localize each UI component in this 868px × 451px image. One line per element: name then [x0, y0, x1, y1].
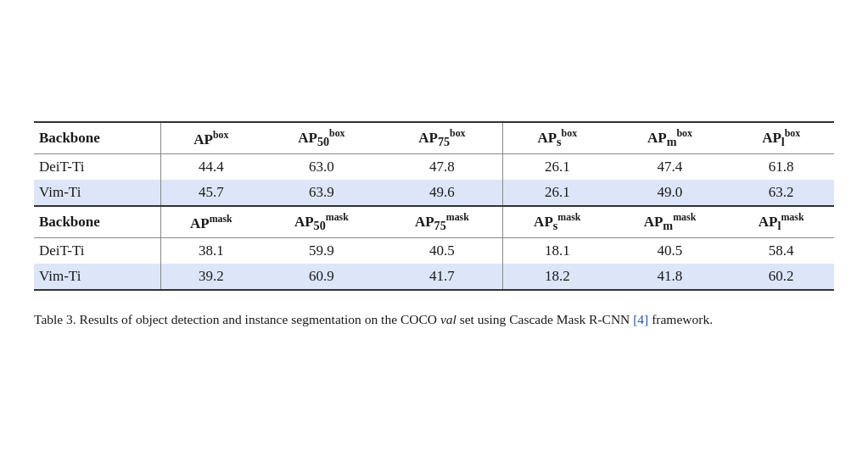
- cell-ap75: 40.5: [382, 238, 503, 264]
- col-apm-box: APmbox: [612, 122, 729, 154]
- cell-ap: 45.7: [160, 180, 261, 206]
- table-header-mask: Backbone APmask AP50mask AP75mask APsmas…: [34, 206, 834, 238]
- cell-backbone: DeiT-Ti: [34, 154, 160, 181]
- results-table: Backbone APbox AP50box AP75box APsbox AP…: [34, 121, 834, 291]
- col-apm-mask: APmmask: [612, 206, 729, 238]
- col-backbone-box: Backbone: [34, 122, 160, 154]
- cell-aps: 26.1: [502, 154, 611, 181]
- cell-aps: 26.1: [502, 180, 611, 206]
- cell-backbone: Vim-Ti: [34, 264, 160, 290]
- col-ap-mask: APmask: [160, 206, 261, 238]
- cell-backbone: Vim-Ti: [34, 180, 160, 206]
- table-header-box: Backbone APbox AP50box AP75box APsbox AP…: [34, 122, 834, 154]
- cell-apl: 61.8: [728, 154, 834, 181]
- cell-aps: 18.2: [502, 264, 611, 290]
- table-wrapper: Backbone APbox AP50box AP75box APsbox AP…: [34, 121, 834, 291]
- cell-ap50: 59.9: [261, 238, 382, 264]
- cell-backbone: DeiT-Ti: [34, 238, 160, 264]
- cell-ap: 38.1: [160, 238, 261, 264]
- col-backbone-mask: Backbone: [34, 206, 160, 238]
- table-row: DeiT-Ti 44.4 63.0 47.8 26.1 47.4 61.8: [34, 154, 834, 181]
- col-ap50-mask: AP50mask: [261, 206, 382, 238]
- cell-ap50: 63.0: [261, 154, 382, 181]
- col-apl-mask: APlmask: [728, 206, 834, 238]
- caption-italic: val: [440, 312, 456, 326]
- col-apl-box: APlbox: [728, 122, 834, 154]
- cell-apm: 47.4: [612, 154, 729, 181]
- col-ap75-box: AP75box: [382, 122, 503, 154]
- cell-apm: 41.8: [612, 264, 729, 290]
- col-ap50-box: AP50box: [261, 122, 382, 154]
- cell-ap75: 41.7: [382, 264, 503, 290]
- cell-apm: 40.5: [612, 238, 729, 264]
- cell-ap75: 49.6: [382, 180, 503, 206]
- table-row: Vim-Ti 45.7 63.9 49.6 26.1 49.0 63.2: [34, 180, 834, 206]
- col-ap75-mask: AP75mask: [382, 206, 503, 238]
- col-aps-box: APsbox: [502, 122, 611, 154]
- cell-apm: 49.0: [612, 180, 729, 206]
- cell-ap50: 60.9: [261, 264, 382, 290]
- caption-text1: Results of object detection and instance…: [76, 312, 440, 326]
- caption-label: Table 3.: [34, 312, 76, 326]
- col-aps-mask: APsmask: [502, 206, 611, 238]
- table-row: Vim-Ti 39.2 60.9 41.7 18.2 41.8 60.2: [34, 264, 834, 290]
- caption-citation: [4]: [633, 312, 648, 326]
- cell-aps: 18.1: [502, 238, 611, 264]
- table-row: DeiT-Ti 38.1 59.9 40.5 18.1 40.5 58.4: [34, 238, 834, 264]
- col-ap-box: APbox: [160, 122, 261, 154]
- cell-apl: 63.2: [728, 180, 834, 206]
- caption-text2: set using Cascade Mask R-CNN: [456, 312, 633, 326]
- cell-ap: 39.2: [160, 264, 261, 290]
- caption-text3: framework.: [648, 312, 713, 326]
- table-caption: Table 3. Results of object detection and…: [34, 306, 834, 329]
- cell-ap: 44.4: [160, 154, 261, 181]
- cell-ap75: 47.8: [382, 154, 503, 181]
- cell-apl: 60.2: [728, 264, 834, 290]
- cell-apl: 58.4: [728, 238, 834, 264]
- cell-ap50: 63.9: [261, 180, 382, 206]
